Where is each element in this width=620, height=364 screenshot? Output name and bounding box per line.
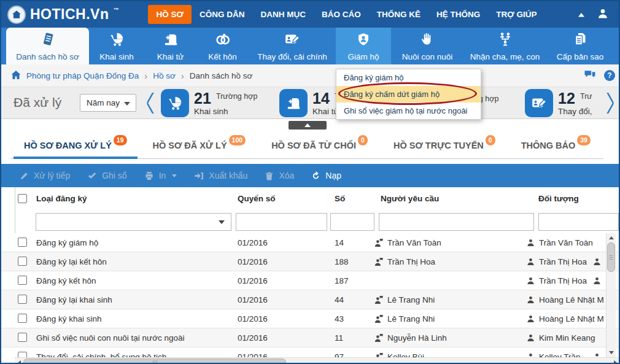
horizontal-scrollbar-thumb[interactable] — [23, 358, 286, 364]
module-tab-giam-ho[interactable]: Giám hộ — [336, 28, 391, 64]
scroll-down-button[interactable] — [606, 348, 616, 357]
table-row[interactable]: Đăng ký kết hôn 01/2016 187 Trần Thị Hoa — [1, 271, 619, 290]
module-tab-ket-hon[interactable]: Kết hôn — [196, 28, 249, 64]
tab-ho-so-da-xu-ly[interactable]: HỒ SƠ ĐÃ XỬ LÝ100 — [140, 131, 259, 158]
tab-thong-bao[interactable]: THÔNG BÁO39 — [508, 131, 603, 158]
subject-filter-input[interactable] — [538, 213, 619, 231]
caret-up-icon — [304, 123, 311, 127]
book-filter-input[interactable] — [236, 213, 327, 231]
module-tab-khai-tu[interactable]: Khai tử — [144, 28, 196, 64]
module-tab-danh-sach-ho-so[interactable]: Danh sách hồ sơ — [6, 28, 89, 64]
breadcrumb-ho-so[interactable]: Hồ sơ — [153, 71, 176, 80]
module-tab-khai-sinh[interactable]: Khai sinh — [89, 28, 144, 64]
grid-toolbar: Xử lý tiếp Ghi sổ In Xuất khẩu Xóa Nạp — [1, 164, 619, 187]
person-flag-icon — [374, 334, 383, 343]
column-header-type[interactable]: Loại đăng ký — [36, 194, 87, 203]
menu-item-dang-ky-cham-dut-giam-ho[interactable]: Đăng ký chấm dứt giám hộ — [336, 86, 481, 103]
menu-item-tro-giup[interactable]: TRỢ GIÚP — [488, 5, 544, 24]
brand-trademark: ™ — [113, 7, 118, 13]
reload-button[interactable]: Nạp — [311, 171, 341, 180]
menu-item-he-thong[interactable]: HỆ THỐNG — [428, 5, 488, 24]
stat-card-khai-sinh[interactable]: 21 Trường hợp Khai sinh — [161, 89, 257, 117]
row-checkbox[interactable] — [18, 352, 27, 357]
scroll-left-button[interactable] — [15, 358, 24, 364]
grid-filter-row — [1, 210, 619, 233]
horizontal-scrollbar[interactable] — [15, 357, 620, 364]
table-row[interactable]: Đăng ký giám hộ 01/2016 14 Trần Văn Toàn… — [1, 233, 619, 252]
help-icon[interactable]: ? — [604, 70, 615, 81]
scroll-up-button[interactable] — [606, 233, 616, 242]
menu-item-bao-cao[interactable]: BÁO CÁO — [314, 5, 369, 24]
stat-label: Thay đổi, cải chính — [558, 107, 592, 116]
stat-card-thay-doi[interactable]: 12 Trường hợp Thay đổi, cải chính — [525, 89, 592, 117]
module-tab-thay-doi-cai-chinh[interactable]: Thay đổi, cải chính — [249, 28, 336, 64]
user-account-icon[interactable] — [598, 9, 608, 21]
breadcrumb-separator: › — [181, 71, 184, 81]
row-checkbox[interactable] — [18, 257, 27, 266]
app-logo[interactable]: HOTICH.Vn ™ — [7, 6, 118, 24]
column-header-subject[interactable]: Đối tượng — [538, 194, 579, 203]
menu-item-thong-ke[interactable]: THỐNG KÊ — [369, 5, 428, 24]
person-flag-icon — [374, 315, 383, 323]
edit-card-icon — [525, 89, 553, 117]
period-select[interactable]: Năm nay — [80, 94, 136, 112]
top-navigation-bar: HOTICH.Vn ™ HỒ SƠ CÔNG DÂN DANH MỤC BÁO … — [1, 1, 619, 28]
table-row[interactable]: Đăng ký lại khai sinh 01/2016 44 Lê Tran… — [1, 290, 619, 309]
row-checkbox[interactable] — [18, 333, 27, 342]
column-header-number[interactable]: Số — [335, 194, 345, 203]
process-next-button[interactable]: Xử lý tiếp — [20, 171, 70, 180]
giam-ho-dropdown-menu: Đăng ký giám hộ Đăng ký chấm dứt giám hộ… — [336, 69, 481, 120]
tab-ho-so-truc-tuyen[interactable]: HỒ SƠ TRỰC TUYẾN0 — [381, 131, 508, 158]
export-button[interactable]: Xuất khẩu — [194, 171, 247, 180]
column-header-requester[interactable]: Người yêu cầu — [381, 194, 439, 203]
person-flag-icon — [374, 353, 383, 358]
document-list-icon — [40, 31, 56, 49]
row-checkbox[interactable] — [18, 238, 27, 247]
breadcrumb-separator: › — [144, 71, 147, 81]
vertical-scrollbar-thumb[interactable] — [607, 242, 615, 272]
menu-item-danh-muc[interactable]: DANH MỤC — [252, 5, 314, 24]
row-checkbox[interactable] — [18, 295, 27, 304]
hand-icon — [420, 31, 435, 49]
vertical-scrollbar[interactable] — [606, 233, 616, 357]
copy-docs-icon — [573, 31, 587, 49]
record-book-button[interactable]: Ghi sổ — [87, 171, 126, 180]
person-icon — [527, 258, 535, 266]
menu-item-ghi-so-viec-giam-ho[interactable]: Ghi sổ việc giám hộ tại nước ngoài — [336, 103, 481, 119]
stat-card-clip: 12 Trường hợp Thay đổi, cải chính — [525, 89, 592, 117]
print-button[interactable]: In — [144, 171, 177, 180]
person-icon — [527, 239, 535, 247]
stats-scroll-left-button[interactable] — [147, 92, 155, 117]
menu-item-ho-so[interactable]: HỒ SƠ — [148, 5, 192, 24]
select-all-checkbox[interactable] — [18, 194, 27, 203]
module-tab-nhan-cha-me-con[interactable]: Nhận cha, mẹ, con — [463, 28, 546, 64]
menu-item-cong-dan[interactable]: CÔNG DÂN — [192, 5, 253, 24]
tab-badge: 0 — [358, 135, 368, 145]
table-row[interactable]: Đăng ký lại kết hôn 01/2016 188 Trần Thị… — [1, 252, 619, 271]
module-tab-cap-ban-sao[interactable]: Cấp bản sao — [546, 28, 614, 64]
stats-scroll-right-button[interactable] — [605, 92, 614, 117]
tab-badge: 100 — [229, 135, 246, 145]
table-row[interactable]: Đăng ký khai sinh 01/2016 43 Lê Trang Nh… — [1, 309, 619, 328]
chat-icon[interactable] — [584, 69, 596, 82]
stats-collapse-handle[interactable] — [289, 121, 327, 130]
stat-count: 12 — [558, 91, 576, 106]
collapse-caret-icon[interactable] — [577, 9, 586, 20]
tab-ho-so-dang-xu-ly[interactable]: HỒ SƠ ĐANG XỬ LÝ19 — [11, 131, 140, 158]
type-filter-select[interactable] — [36, 213, 231, 231]
row-checkbox[interactable] — [18, 276, 27, 285]
table-row[interactable]: Ghi sổ việc nuôi con nuôi tại nước ngoài… — [1, 328, 619, 347]
scroll-right-button[interactable] — [611, 358, 620, 364]
table-row[interactable]: Thay đổi, cải chính, bổ sung hộ tịch 01/… — [1, 347, 619, 357]
module-tab-nuoi-con-nuoi[interactable]: Nuôi con nuôi — [391, 28, 463, 64]
tab-ho-so-da-tu-choi[interactable]: HỒ SƠ ĐÃ TỪ CHỐI0 — [258, 131, 381, 158]
breadcrumb-office[interactable]: Phòng tư pháp Quận Đống Đa — [26, 71, 139, 80]
menu-item-dang-ky-giam-ho[interactable]: Đăng ký giám hộ — [336, 69, 481, 86]
requester-filter-input[interactable] — [379, 213, 534, 231]
number-filter-input[interactable] — [330, 213, 374, 231]
delete-button[interactable]: Xóa — [265, 171, 294, 180]
column-header-book[interactable]: Quyển số — [238, 194, 276, 203]
row-checkbox[interactable] — [18, 314, 27, 323]
home-icon[interactable] — [11, 70, 21, 82]
person-flag-icon — [374, 239, 383, 247]
